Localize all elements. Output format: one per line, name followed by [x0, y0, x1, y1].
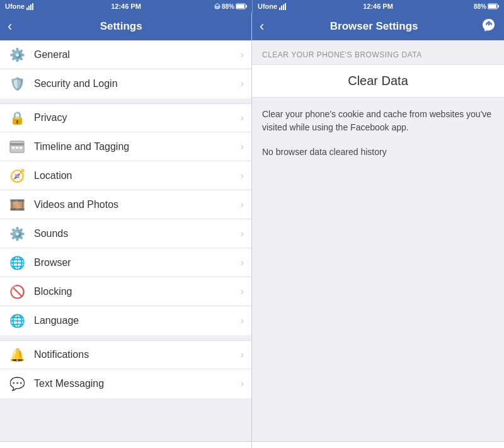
settings-item-videos[interactable]: 🎞️ Videos and Photos ›: [0, 190, 251, 219]
svg-rect-13: [488, 4, 496, 8]
tab-bar-right: [252, 441, 504, 448]
tab-menu-left[interactable]: [201, 442, 251, 448]
svg-rect-14: [498, 5, 499, 8]
svg-text:88: 88: [215, 5, 220, 9]
section-header: CLEAR YOUR PHONE'S BROWSING DATA: [252, 40, 504, 64]
shield-icon: 🛡️: [8, 74, 26, 93]
svg-rect-7: [246, 5, 247, 8]
chevron-icon: ›: [241, 286, 244, 297]
tab-feed-right[interactable]: [252, 442, 302, 448]
settings-list: ⚙️ General › 🛡️ Security and Login › 🔒 P…: [0, 40, 251, 441]
settings-item-privacy[interactable]: 🔒 Privacy ›: [0, 103, 251, 132]
time-left: 12:46 PM: [111, 3, 141, 10]
settings-item-blocking[interactable]: 🚫 Blocking ›: [0, 277, 251, 306]
block-icon: 🚫: [8, 282, 26, 301]
status-bar-left: Ufone 12:46 PM 88 88%: [0, 0, 252, 13]
tab-feed-left[interactable]: [0, 442, 50, 448]
status-bar-right: Ufone 12:46 PM 88%: [252, 0, 504, 13]
svg-rect-17: [12, 147, 14, 149]
tab-rocket-right[interactable]: [353, 442, 403, 448]
svg-rect-6: [236, 4, 244, 8]
settings-item-notifications[interactable]: 🔔 Notifications ›: [0, 340, 251, 369]
chevron-icon: ›: [241, 199, 244, 210]
tab-notifications-right[interactable]: [403, 442, 454, 448]
carrier-right: Ufone: [258, 3, 277, 10]
timeline-label: Timeline and Tagging: [34, 141, 241, 152]
lock-icon: 🔒: [8, 108, 26, 127]
svg-rect-2: [30, 4, 32, 10]
sounds-icon: ⚙️: [8, 224, 26, 243]
svg-rect-3: [32, 3, 33, 10]
chevron-icon: ›: [241, 112, 244, 123]
blocking-label: Blocking: [34, 286, 241, 297]
tab-menu-right[interactable]: [454, 442, 504, 448]
tab-rocket-left[interactable]: [101, 442, 151, 448]
svg-rect-10: [283, 4, 284, 10]
gear-icon: ⚙️: [8, 45, 26, 64]
section-general: ⚙️ General › 🛡️ Security and Login ›: [0, 40, 251, 98]
left-panel: ‹ Settings ⚙️ General › 🛡️ Security and …: [0, 13, 252, 448]
globe-icon: 🌐: [8, 253, 26, 272]
chevron-icon: ›: [241, 170, 244, 181]
notifications-label: Notifications: [34, 349, 241, 360]
settings-item-location[interactable]: 🧭 Location ›: [0, 161, 251, 190]
svg-rect-18: [16, 147, 18, 149]
svg-rect-19: [20, 147, 22, 149]
world-icon: 🌐: [8, 311, 26, 330]
settings-item-general[interactable]: ⚙️ General ›: [0, 40, 251, 69]
section-privacy: 🔒 Privacy › Timeline and Tag: [0, 103, 251, 335]
svg-rect-9: [281, 6, 282, 10]
back-button-left[interactable]: ‹: [8, 18, 12, 35]
location-icon: 🧭: [8, 166, 26, 185]
right-panel: ‹ Browser Settings CLEAR YOUR PHONE'S BR…: [252, 13, 504, 448]
textmessaging-label: Text Messaging: [34, 378, 241, 389]
right-content: CLEAR YOUR PHONE'S BROWSING DATA Clear D…: [252, 40, 504, 441]
settings-item-language[interactable]: 🌐 Language ›: [0, 306, 251, 335]
bell-icon: 🔔: [8, 345, 26, 364]
sounds-label: Sounds: [34, 228, 241, 239]
time-right: 12:46 PM: [363, 3, 393, 10]
left-nav-title: Settings: [17, 20, 225, 33]
settings-item-sounds[interactable]: ⚙️ Sounds ›: [0, 219, 251, 248]
svg-rect-8: [279, 8, 280, 10]
chevron-icon: ›: [241, 315, 244, 326]
battery-left: 88%: [222, 3, 234, 10]
section-notifications: 🔔 Notifications › 💬 Text Messaging ›: [0, 340, 251, 398]
clear-data-button[interactable]: Clear Data: [348, 74, 408, 88]
tab-friends-left[interactable]: [50, 442, 101, 448]
chevron-icon: ›: [241, 49, 244, 60]
left-nav-bar: ‹ Settings: [0, 13, 251, 40]
svg-rect-0: [26, 8, 28, 10]
back-button-right[interactable]: ‹: [260, 18, 264, 35]
settings-item-security[interactable]: 🛡️ Security and Login ›: [0, 69, 251, 98]
carrier-left: Ufone: [5, 3, 25, 10]
security-label: Security and Login: [34, 78, 241, 89]
messenger-icon[interactable]: [481, 18, 496, 36]
chevron-icon: ›: [241, 349, 244, 360]
settings-item-timeline[interactable]: Timeline and Tagging ›: [0, 132, 251, 161]
right-nav-title: Browser Settings: [266, 20, 481, 33]
film-icon: 🎞️: [8, 195, 26, 214]
settings-item-browser[interactable]: 🌐 Browser ›: [0, 248, 251, 277]
browser-label: Browser: [34, 257, 241, 268]
videos-label: Videos and Photos: [34, 199, 241, 210]
clear-data-container: Clear Data: [252, 64, 504, 98]
chevron-icon: ›: [241, 78, 244, 89]
battery-right: 88%: [474, 3, 486, 10]
location-label: Location: [34, 170, 241, 181]
svg-rect-11: [285, 3, 286, 10]
chat-icon: 💬: [8, 374, 26, 393]
privacy-label: Privacy: [34, 112, 241, 123]
description-text: Clear your phone's cookie and cache from…: [252, 98, 504, 144]
svg-rect-16: [10, 143, 24, 146]
calendar-icon: [8, 137, 26, 156]
chevron-icon: ›: [241, 257, 244, 268]
language-label: Language: [34, 315, 241, 326]
tab-notifications-left[interactable]: [151, 442, 201, 448]
settings-item-textmessaging[interactable]: 💬 Text Messaging ›: [0, 369, 251, 398]
tab-friends-right[interactable]: [302, 442, 353, 448]
right-nav-bar: ‹ Browser Settings: [252, 13, 504, 40]
svg-rect-1: [28, 6, 30, 10]
no-data-text: No browser data cleared history: [252, 144, 504, 167]
chevron-icon: ›: [241, 141, 244, 152]
